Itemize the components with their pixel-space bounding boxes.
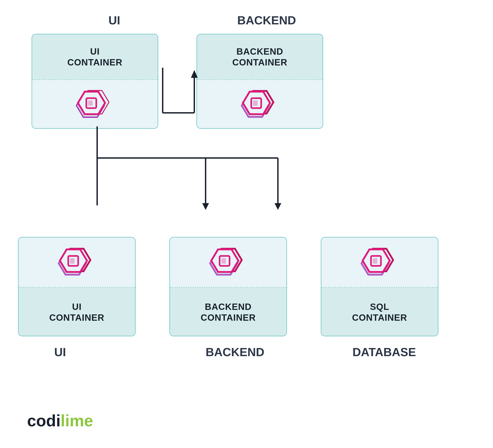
- label-ui-top: UI: [108, 13, 120, 27]
- logo-lime-text: lime: [61, 411, 93, 430]
- svg-rect-29: [221, 258, 226, 264]
- svg-rect-13: [253, 100, 258, 106]
- svg-marker-40: [202, 203, 209, 210]
- bottom-ui-icon-section: [19, 237, 135, 287]
- svg-marker-17: [191, 70, 198, 78]
- top-ui-label-section: UICONTAINER: [32, 34, 158, 79]
- main-content: UI BACKEND UICONTAINER: [0, 0, 493, 448]
- bottom-sql-label-section: SQLCONTAINER: [321, 288, 438, 336]
- svg-rect-7: [88, 100, 93, 106]
- bottom-ui-docker-icon: [56, 246, 97, 278]
- bottom-backend-label: BACKENDCONTAINER: [194, 297, 263, 328]
- bottom-sql-container: SQLCONTAINER: [321, 237, 438, 336]
- label-backend-bottom: BACKEND: [206, 345, 264, 359]
- bottom-backend-docker-icon: [208, 246, 248, 278]
- top-ui-icon-section: [32, 80, 158, 129]
- bottom-backend-label-section: BACKENDCONTAINER: [170, 288, 287, 336]
- top-backend-label: BACKENDCONTAINER: [225, 42, 294, 72]
- bottom-backend-container: BACKENDCONTAINER: [169, 237, 287, 336]
- top-backend-label-section: BACKENDCONTAINER: [197, 34, 323, 79]
- svg-rect-35: [373, 258, 377, 264]
- bottom-ui-container: UICONTAINER: [18, 237, 135, 336]
- codilime-logo: codi lime: [27, 411, 93, 430]
- svg-rect-23: [70, 258, 75, 264]
- bottom-sql-label: SQLCONTAINER: [345, 297, 414, 328]
- main-connector: [75, 126, 391, 244]
- label-backend-top: BACKEND: [237, 13, 296, 27]
- top-backend-container: BACKENDCONTAINER: [197, 34, 323, 129]
- bottom-ui-label-section: UICONTAINER: [19, 288, 135, 336]
- top-backend-docker-icon: [239, 89, 280, 120]
- top-ui-label: UICONTAINER: [61, 42, 129, 72]
- bottom-sql-icon-section: [321, 237, 438, 287]
- svg-marker-42: [275, 203, 281, 210]
- top-ui-container: UICONTAINER: [32, 34, 158, 129]
- top-backend-icon-section: [197, 80, 323, 129]
- top-ui-docker-icon: [75, 89, 115, 120]
- bottom-sql-docker-icon: [359, 246, 400, 278]
- logo-codi-text: codi: [27, 411, 61, 430]
- bottom-backend-icon-section: [170, 237, 287, 287]
- label-database-bottom: DATABASE: [352, 345, 416, 359]
- top-connector-arrow: [154, 68, 203, 135]
- label-ui-bottom: UI: [54, 345, 66, 359]
- bottom-ui-label: UICONTAINER: [43, 297, 111, 328]
